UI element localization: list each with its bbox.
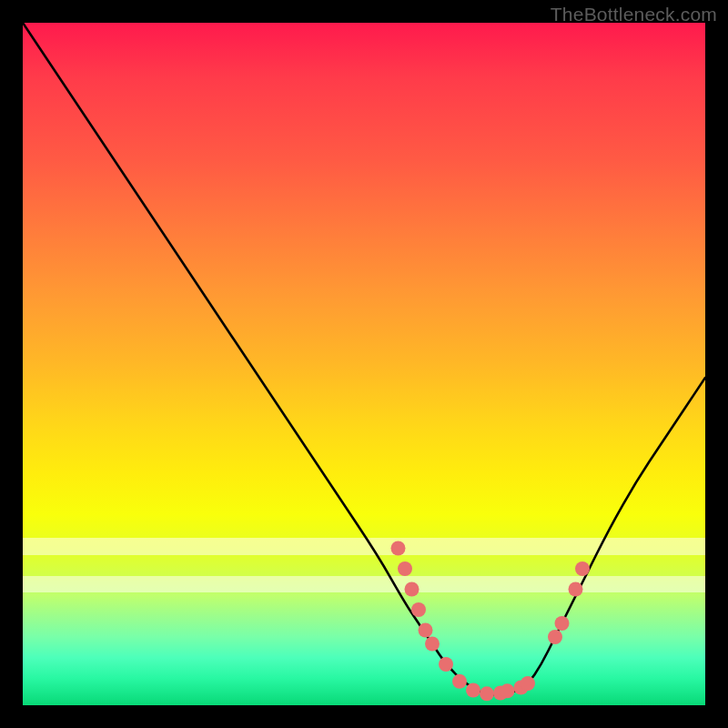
chart-svg	[23, 23, 705, 705]
scatter-dot	[569, 582, 583, 597]
scatter-dot	[521, 676, 535, 691]
scatter-dot	[466, 683, 480, 698]
scatter-dot	[411, 602, 426, 617]
scatter-dots	[391, 541, 591, 702]
watermark-text: TheBottleneck.com	[551, 4, 717, 25]
scatter-dot	[391, 541, 406, 556]
outer-frame: TheBottleneck.com	[0, 0, 728, 728]
scatter-dot	[419, 623, 433, 638]
scatter-dot	[452, 674, 467, 689]
scatter-dot	[425, 637, 440, 652]
scatter-dot	[405, 582, 420, 597]
scatter-dot	[500, 683, 515, 698]
scatter-dot	[398, 561, 412, 576]
scatter-dot	[575, 561, 590, 576]
scatter-dot	[555, 616, 570, 631]
scatter-dot	[548, 630, 562, 644]
scatter-dot	[439, 657, 453, 672]
bottleneck-curve	[23, 23, 705, 695]
scatter-dot	[480, 686, 494, 701]
